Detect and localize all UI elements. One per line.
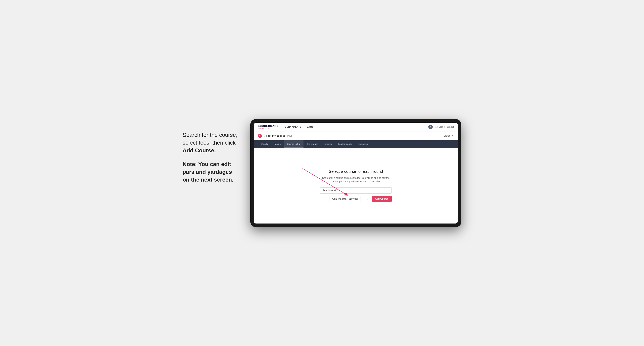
tablet-screen: SCOREBOARD Powered by clippd TOURNAMENTS… bbox=[254, 123, 458, 223]
tournament-header: C Clippd Invitational (Men) Cancel ✕ bbox=[254, 132, 458, 140]
user-avatar: T bbox=[428, 125, 433, 129]
tablet-wrapper: SCOREBOARD Powered by clippd TOURNAMENTS… bbox=[250, 119, 462, 227]
annotation-bold: Add Course. bbox=[182, 147, 216, 154]
add-course-button[interactable]: Add Course bbox=[372, 196, 392, 202]
tournament-gender: (Men) bbox=[287, 134, 293, 137]
tee-select-wrapper: Gold (M) (M) (7010 yds) bbox=[320, 196, 370, 202]
tournament-icon-letter: C bbox=[259, 135, 260, 137]
tournament-title-area: C Clippd Invitational (Men) bbox=[258, 134, 293, 138]
annotation-line1: Search for the course, select tees, then… bbox=[182, 131, 238, 155]
nav-teams[interactable]: TEAMS bbox=[306, 126, 314, 128]
tab-leaderboards[interactable]: Leaderboards bbox=[335, 140, 355, 148]
card-description: Search for a course and select a tee. Yo… bbox=[320, 176, 392, 183]
tee-select[interactable]: Gold (M) (M) (7010 yds) bbox=[330, 196, 360, 202]
tee-select-row: Gold (M) (M) (7010 yds) Add Course bbox=[320, 196, 392, 202]
logo-title: SCOREBOARD bbox=[258, 125, 278, 128]
tab-tee-groups[interactable]: Tee Groups bbox=[304, 140, 321, 148]
logo-subtitle: Powered by clippd bbox=[258, 128, 278, 129]
annotation-note: Note: You can edit pars and yardages on … bbox=[182, 160, 238, 184]
tab-course-setup[interactable]: Course Setup bbox=[284, 140, 304, 148]
card-title: Select a course for each round bbox=[320, 169, 392, 174]
page-wrapper: Search for the course, select tees, then… bbox=[182, 119, 462, 227]
main-content: Select a course for each round Search fo… bbox=[254, 148, 458, 223]
user-name: Test User bbox=[434, 126, 443, 128]
nav-right: T Test User | Sign out bbox=[428, 125, 454, 129]
sign-out-link[interactable]: Sign out bbox=[446, 126, 454, 128]
cancel-button[interactable]: Cancel ✕ bbox=[444, 134, 454, 137]
tab-results[interactable]: Results bbox=[321, 140, 335, 148]
tablet-device: SCOREBOARD Powered by clippd TOURNAMENTS… bbox=[250, 119, 462, 227]
tab-nav: Details Teams Course Setup Tee Groups Re… bbox=[254, 140, 458, 148]
nav-tournaments[interactable]: TOURNAMENTS bbox=[283, 126, 302, 128]
nav-links: TOURNAMENTS TEAMS bbox=[283, 126, 428, 128]
cancel-label: Cancel bbox=[444, 134, 451, 137]
content-card: Select a course for each round Search fo… bbox=[320, 169, 392, 202]
cancel-icon: ✕ bbox=[452, 134, 454, 137]
nav-separator: | bbox=[444, 126, 445, 128]
annotation-text-main: Search for the course, select tees, then… bbox=[182, 132, 237, 146]
logo-area: SCOREBOARD Powered by clippd bbox=[258, 125, 278, 129]
tournament-name: Clippd Invitational bbox=[264, 134, 286, 137]
tab-printables[interactable]: Printables bbox=[355, 140, 371, 148]
top-nav: SCOREBOARD Powered by clippd TOURNAMENTS… bbox=[254, 123, 458, 132]
tournament-icon: C bbox=[258, 134, 262, 138]
tab-details[interactable]: Details bbox=[258, 140, 271, 148]
course-search-input[interactable] bbox=[320, 187, 392, 194]
annotation-area: Search for the course, select tees, then… bbox=[182, 119, 238, 184]
tab-teams[interactable]: Teams bbox=[271, 140, 284, 148]
